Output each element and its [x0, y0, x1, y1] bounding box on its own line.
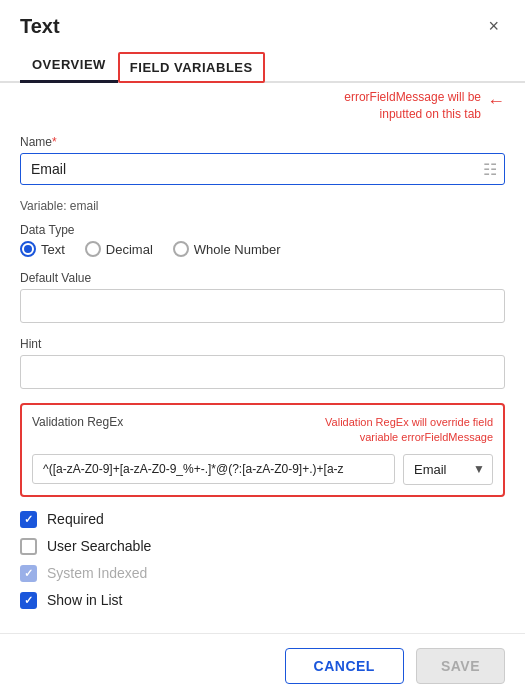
radio-whole-number[interactable]: Whole Number — [173, 241, 281, 257]
modal-title: Text — [20, 15, 60, 38]
default-value-input[interactable] — [20, 289, 505, 323]
hint-label: Hint — [20, 337, 505, 351]
default-value-group: Default Value — [20, 271, 505, 323]
list-icon: ☷ — [483, 160, 497, 179]
modal-body: Name* ☷ Variable: email Data Type Text D… — [0, 135, 525, 633]
arrow-icon: ← — [487, 91, 505, 112]
radio-decimal-circle — [85, 241, 101, 257]
show-in-list-checkbox — [20, 592, 37, 609]
radio-text-circle — [20, 241, 36, 257]
modal-header: Text × — [0, 0, 525, 49]
variable-row: Variable: email — [20, 199, 505, 213]
checkbox-system-indexed: System Indexed — [20, 565, 505, 582]
hint-input[interactable] — [20, 355, 505, 389]
user-searchable-checkbox — [20, 538, 37, 555]
validation-select-wrapper: Email None Phone URL ▼ — [403, 454, 493, 485]
close-button[interactable]: × — [482, 14, 505, 39]
save-button[interactable]: SAVE — [416, 648, 505, 684]
data-type-label: Data Type — [20, 223, 505, 237]
system-indexed-checkbox — [20, 565, 37, 582]
modal-footer: CANCEL SAVE — [0, 633, 525, 684]
radio-text[interactable]: Text — [20, 241, 65, 257]
validation-box: Validation RegEx Validation RegEx will o… — [20, 403, 505, 497]
checkbox-show-in-list[interactable]: Show in List — [20, 592, 505, 609]
tabs-row: OVERVIEW FIELD VARIABLES — [0, 49, 525, 83]
data-type-group: Data Type Text Decimal Whole Number — [20, 223, 505, 257]
default-value-label: Default Value — [20, 271, 505, 285]
modal: Text × OVERVIEW FIELD VARIABLES errorFie… — [0, 0, 525, 684]
hint-group: Hint — [20, 337, 505, 389]
annotation-container: errorFieldMessage will beinputted on thi… — [0, 83, 525, 135]
validation-note: Validation RegEx will override fieldvari… — [325, 415, 493, 446]
checkbox-user-searchable[interactable]: User Searchable — [20, 538, 505, 555]
validation-input-row: Email None Phone URL ▼ — [32, 454, 493, 485]
annotation-bubble: errorFieldMessage will beinputted on thi… — [344, 89, 505, 123]
name-label: Name* — [20, 135, 505, 149]
tab-field-variables[interactable]: FIELD VARIABLES — [118, 52, 265, 83]
validation-type-select[interactable]: Email None Phone URL — [403, 454, 493, 485]
tab-overview[interactable]: OVERVIEW — [20, 49, 118, 83]
checkbox-required[interactable]: Required — [20, 511, 505, 528]
name-input-wrapper: ☷ — [20, 153, 505, 185]
data-type-options: Text Decimal Whole Number — [20, 241, 505, 257]
checkbox-group: Required User Searchable System Indexed … — [20, 511, 505, 609]
required-checkbox — [20, 511, 37, 528]
validation-label: Validation RegEx — [32, 415, 123, 429]
name-input[interactable] — [20, 153, 505, 185]
radio-whole-number-circle — [173, 241, 189, 257]
annotation-text: errorFieldMessage will beinputted on thi… — [344, 89, 481, 123]
radio-decimal[interactable]: Decimal — [85, 241, 153, 257]
name-field-group: Name* ☷ — [20, 135, 505, 185]
cancel-button[interactable]: CANCEL — [285, 648, 404, 684]
validation-regex-input[interactable] — [32, 454, 395, 484]
validation-header: Validation RegEx Validation RegEx will o… — [32, 415, 493, 446]
